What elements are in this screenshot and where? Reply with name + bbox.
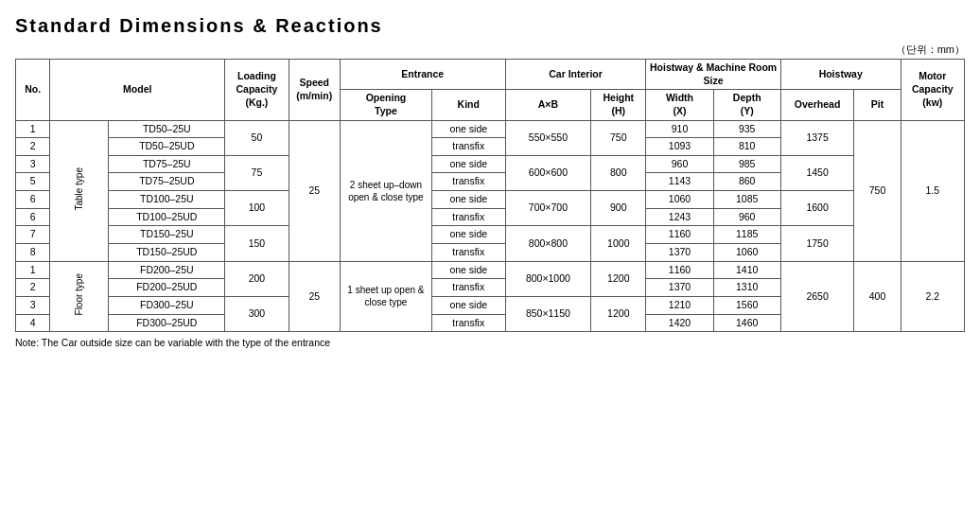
cell-motor: 1.5 <box>901 120 964 261</box>
header-speed: Speed(m/min) <box>289 60 340 121</box>
cell-model: TD50–25U <box>109 120 225 138</box>
cell-model: FD200–25UD <box>109 279 225 297</box>
cell-axb: 800×1000 <box>505 261 591 296</box>
cell-pit: 400 <box>854 261 901 332</box>
cell-width: 1370 <box>646 244 713 262</box>
cell-speed: 25 <box>289 261 340 332</box>
cell-depth: 810 <box>713 138 780 156</box>
cell-loading: 100 <box>225 191 289 226</box>
cell-loading: 75 <box>225 155 289 190</box>
cell-depth: 1085 <box>713 191 780 209</box>
cell-model: TD150–25UD <box>109 244 225 262</box>
cell-opening: 2 sheet up–down open & close type <box>340 120 431 261</box>
header-motor: MotorCapacity(kw) <box>901 60 964 121</box>
cell-width: 1093 <box>646 138 713 156</box>
cell-width: 1060 <box>646 191 713 209</box>
cell-depth: 1185 <box>713 226 780 244</box>
cell-axb: 600×600 <box>505 155 591 190</box>
cell-axb: 800×800 <box>505 226 591 261</box>
cell-overhead: 1750 <box>780 226 854 261</box>
header-pit: Pit <box>854 90 901 120</box>
cell-kind: one side <box>431 296 505 314</box>
cell-model: FD300–25UD <box>109 314 225 332</box>
cell-model: TD150–25U <box>109 226 225 244</box>
cell-speed: 25 <box>289 120 340 261</box>
cell-no: 6 <box>16 191 50 209</box>
cell-height: 800 <box>591 155 646 190</box>
dimensions-table: No. Model LoadingCapacity(Kg.) Speed(m/m… <box>15 59 965 332</box>
cell-loading: 50 <box>225 120 289 155</box>
cell-kind: one side <box>431 261 505 279</box>
cell-kind: one side <box>431 120 505 138</box>
cell-kind: transfix <box>431 314 505 332</box>
header-entrance: Entrance <box>340 60 505 90</box>
cell-width: 1420 <box>646 314 713 332</box>
cell-depth: 1410 <box>713 261 780 279</box>
cell-height: 1200 <box>591 296 646 331</box>
header-no: No. <box>16 60 50 121</box>
cell-no: 4 <box>16 314 50 332</box>
cell-kind: transfix <box>431 138 505 156</box>
cell-overhead: 1375 <box>780 120 854 155</box>
cell-overhead: 1450 <box>780 155 854 190</box>
cell-height: 1200 <box>591 261 646 296</box>
cell-no: 2 <box>16 279 50 297</box>
header-overhead: Overhead <box>780 90 854 120</box>
cell-width: 1210 <box>646 296 713 314</box>
cell-axb: 850×1150 <box>505 296 591 331</box>
header-depth-y: Depth(Y) <box>713 90 780 120</box>
cell-model: TD50–25UD <box>109 138 225 156</box>
cell-model: TD75–25U <box>109 155 225 173</box>
header-car-interior: Car Interior <box>505 60 646 90</box>
cell-no: 1 <box>16 120 50 138</box>
cell-axb: 700×700 <box>505 191 591 226</box>
cell-kind: transfix <box>431 173 505 191</box>
cell-type: Table type <box>50 120 109 261</box>
header-loading: LoadingCapacity(Kg.) <box>225 60 289 121</box>
cell-height: 1000 <box>591 226 646 261</box>
cell-no: 7 <box>16 226 50 244</box>
cell-depth: 985 <box>713 155 780 173</box>
cell-opening: 1 sheet up open & close type <box>340 261 431 332</box>
cell-no: 3 <box>16 155 50 173</box>
header-hoistway2: Hoistway <box>780 60 901 90</box>
cell-depth: 1060 <box>713 244 780 262</box>
cell-model: FD200–25U <box>109 261 225 279</box>
cell-width: 1143 <box>646 173 713 191</box>
cell-kind: one side <box>431 191 505 209</box>
cell-no: 1 <box>16 261 50 279</box>
cell-loading: 150 <box>225 226 289 261</box>
cell-motor: 2.2 <box>901 261 964 332</box>
cell-no: 3 <box>16 296 50 314</box>
cell-overhead: 1600 <box>780 191 854 226</box>
header-axb: A×B <box>505 90 591 120</box>
cell-type: Floor type <box>50 261 109 332</box>
page-title: Standard Dimensions & Reactions <box>15 15 965 37</box>
cell-depth: 935 <box>713 120 780 138</box>
cell-axb: 550×550 <box>505 120 591 155</box>
cell-overhead: 2650 <box>780 261 854 332</box>
cell-model: TD100–25UD <box>109 208 225 226</box>
cell-no: 8 <box>16 244 50 262</box>
header-kind: Kind <box>431 90 505 120</box>
cell-depth: 1560 <box>713 296 780 314</box>
unit-note: （단위：mm） <box>15 43 965 57</box>
cell-width: 1370 <box>646 279 713 297</box>
note: Note: The Car outside size can be variab… <box>15 337 965 348</box>
cell-kind: transfix <box>431 208 505 226</box>
cell-loading: 300 <box>225 296 289 331</box>
cell-width: 1160 <box>646 261 713 279</box>
cell-depth: 960 <box>713 208 780 226</box>
cell-loading: 200 <box>225 261 289 296</box>
header-width-x: Width(X) <box>646 90 713 120</box>
cell-model: FD300–25U <box>109 296 225 314</box>
cell-depth: 860 <box>713 173 780 191</box>
cell-width: 910 <box>646 120 713 138</box>
cell-width: 960 <box>646 155 713 173</box>
cell-width: 1160 <box>646 226 713 244</box>
header-hoistway-machine: Hoistway & Machine Room Size <box>646 60 780 90</box>
cell-no: 5 <box>16 173 50 191</box>
cell-kind: one side <box>431 155 505 173</box>
cell-kind: one side <box>431 226 505 244</box>
cell-model: TD100–25U <box>109 191 225 209</box>
